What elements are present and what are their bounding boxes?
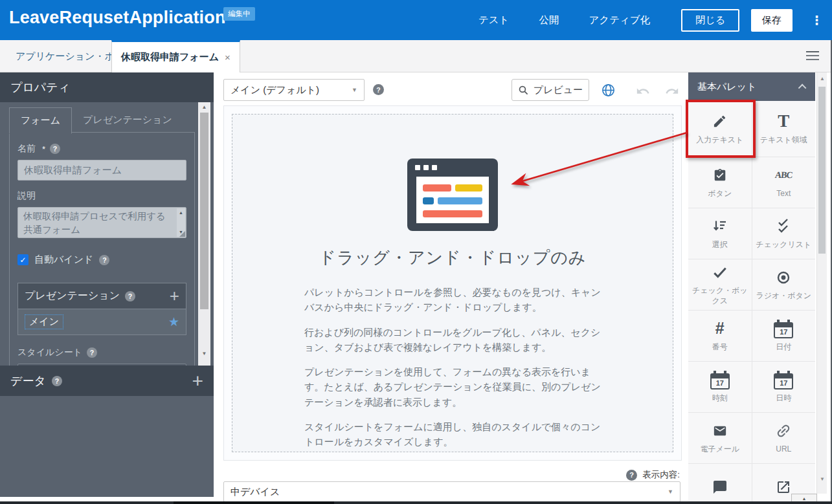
select-icon (712, 217, 728, 236)
palette-item-label: テキスト領域 (758, 135, 810, 146)
close-button[interactable]: 閉じる (681, 9, 739, 32)
default-star-icon[interactable]: ★ (168, 314, 179, 329)
palette-item-select[interactable]: 選択 (688, 208, 752, 259)
scroll-down-icon[interactable]: ▼ (198, 351, 210, 356)
scroll-up-icon[interactable]: ▲ (179, 210, 183, 216)
radio-button-icon (776, 268, 791, 287)
text-icon: ABC (774, 166, 793, 184)
horizontal-scrollbar[interactable] (0, 501, 832, 504)
palette-item-number[interactable]: # 番号 (688, 311, 752, 361)
properties-scrollbar[interactable]: ▲ ▼ (198, 102, 210, 366)
palette-item-time[interactable]: 17 時刻 (688, 362, 752, 412)
required-asterisk: * (42, 144, 45, 154)
document-tabbar: アプリケーション・ホーム 休暇取得申請フォーム × (0, 40, 832, 72)
properties-title: プロパティ (10, 80, 70, 95)
display-content-label: 表示内容: (642, 469, 680, 481)
scroll-up-icon[interactable]: ▲ (198, 104, 210, 110)
palette-item-datetime[interactable]: 17 日時 (752, 362, 816, 412)
presentation-item-name[interactable]: メイン (25, 314, 63, 329)
help-icon[interactable]: ? (125, 291, 135, 301)
description-textarea[interactable]: 休暇取得申請プロセスで利用する共通フォーム ▲ ▼ (17, 207, 186, 238)
text-area-icon: T (778, 113, 789, 131)
help-icon[interactable]: ? (99, 255, 109, 265)
presentation-select-value: メイン (デフォルト) (230, 84, 319, 96)
button-icon (713, 166, 727, 184)
stylesheet-label: スタイルシート (17, 347, 82, 358)
calendar-icon: 17 (774, 322, 793, 338)
data-section-title: データ (10, 373, 46, 389)
scroll-up-icon[interactable]: ▲ (817, 76, 827, 82)
scrollbar-thumb[interactable] (200, 113, 208, 309)
palette-item-input-text[interactable]: 入力テキスト (688, 101, 752, 157)
nav-test[interactable]: テスト (478, 14, 510, 27)
url-icon (775, 422, 792, 440)
device-select[interactable]: 中デバイス ▼ (223, 481, 680, 502)
help-icon[interactable]: ? (626, 470, 637, 481)
props-tab-form[interactable]: フォーム (9, 107, 72, 134)
add-data-button[interactable]: + (192, 373, 203, 389)
empty-state-heading: ドラッグ・アンド・ドロップのみ (232, 247, 673, 269)
editing-status-badge: 編集中 (223, 7, 255, 21)
palette-item-comment[interactable] (688, 464, 752, 504)
drop-zone[interactable]: ドラッグ・アンド・ドロップのみ パレットからコントロールを参照し、必要なものを見… (232, 114, 673, 452)
autobind-checkbox[interactable]: ✓ (17, 254, 28, 265)
resize-handle-icon[interactable] (179, 231, 185, 237)
save-button[interactable]: 保存 (751, 9, 793, 32)
palette-item-email[interactable]: 電子メール (688, 413, 752, 463)
palette-item-label: ラジオ・ボタン (753, 291, 814, 301)
chevron-down-icon: ▼ (352, 87, 357, 93)
preview-button[interactable]: プレビュー (512, 79, 589, 101)
tab-close-icon[interactable]: × (225, 52, 230, 63)
palette-item-url[interactable]: URL (752, 413, 816, 463)
palette-item-label: 入力テキスト (693, 135, 746, 146)
form-name-input[interactable] (17, 160, 186, 181)
palette-item-date[interactable]: 17 日付 (752, 311, 816, 361)
tab-menu-icon[interactable] (806, 51, 819, 63)
presentation-section: プレゼンテーション ? + メイン ★ (17, 283, 186, 335)
tab-leave-request-form[interactable]: 休暇取得申請フォーム × (111, 40, 240, 72)
palette-item-label: Text (774, 189, 793, 199)
scroll-down-icon[interactable]: ▼ (817, 476, 827, 482)
description-value: 休暇取得申請プロセスで利用する共通フォーム (23, 211, 166, 235)
kebab-menu-icon[interactable]: ⋮ (811, 14, 823, 27)
palette-item-text[interactable]: ABC Text (752, 157, 816, 208)
horizontal-scrollbar-thumb[interactable] (174, 501, 334, 504)
palette-item-checkbox[interactable]: チェック・ボックス (688, 259, 752, 310)
palette-item-label: URL (773, 444, 794, 455)
palette-item-label: 選択 (710, 240, 730, 250)
palette-item-radio-button[interactable]: ラジオ・ボタン (752, 259, 816, 310)
canvas-panel: ドラッグ・アンド・ドロップのみ パレットからコントロールを参照し、必要なものを見… (223, 105, 682, 461)
nav-publish[interactable]: 公開 (539, 14, 559, 27)
globe-icon[interactable] (601, 83, 616, 98)
palette-item-label: チェック・ボックス (688, 286, 752, 306)
presentation-select[interactable]: メイン (デフォルト) ▼ (223, 79, 365, 101)
add-presentation-button[interactable]: + (170, 289, 179, 303)
palette-item-text-area[interactable]: T テキスト領域 (752, 101, 816, 157)
help-icon[interactable]: ? (52, 376, 62, 386)
palette-item-button[interactable]: ボタン (688, 157, 752, 208)
palette-item-label: 日付 (773, 342, 794, 353)
collapse-chevron-icon[interactable] (798, 83, 807, 92)
app-header: LeaveRequsetApplication 編集中 テスト 公開 アクティブ… (0, 0, 832, 40)
app-title: LeaveRequsetApplication (9, 8, 226, 28)
external-link-icon (776, 478, 791, 496)
calendar-icon: 17 (710, 373, 730, 389)
help-icon[interactable]: ? (50, 144, 60, 154)
device-select-value: 中デバイス (230, 486, 280, 498)
nav-activate[interactable]: アクティブ化 (589, 14, 650, 27)
preview-button-label: プレビュー (534, 84, 583, 96)
props-tab-presentation[interactable]: プレゼンテーション (72, 107, 183, 133)
pencil-icon (712, 113, 727, 131)
presentation-section-title: プレゼンテーション (25, 289, 120, 303)
redo-icon[interactable] (665, 84, 679, 98)
scrollbar-thumb[interactable] (818, 87, 826, 254)
palette-item-label: 時刻 (710, 393, 730, 404)
presentation-list-item[interactable]: メイン ★ (18, 309, 186, 334)
empty-state-paragraph: スタイルシートをフォームに適用し、独自のスタイルで個々のコントロールをカスタマイ… (304, 419, 601, 450)
undo-icon[interactable] (636, 84, 650, 98)
help-icon[interactable]: ? (373, 84, 384, 95)
form-properties-box: 名前* ? 説明 休暇取得申請プロセスで利用する共通フォーム ▲ ▼ ✓ 自動バ… (9, 132, 195, 366)
palette-item-checklist[interactable]: チェックリスト (752, 208, 816, 259)
help-icon[interactable]: ? (87, 347, 97, 358)
palette-scrollbar[interactable]: ▲ ▼ (816, 72, 827, 494)
